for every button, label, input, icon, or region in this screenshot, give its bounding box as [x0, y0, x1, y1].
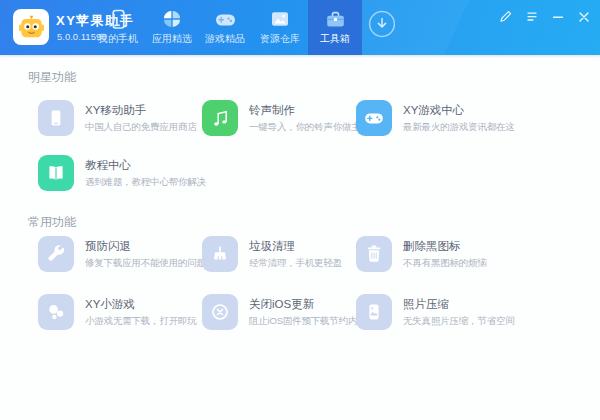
feature-junk-clean[interactable]: 垃圾清理 经常清理，手机更轻盈	[202, 236, 360, 274]
feature-desc: 阻止iOS固件预下载节约内存	[249, 315, 367, 328]
tab-toolbox[interactable]: 工具箱	[308, 0, 362, 55]
apps-icon	[145, 8, 199, 30]
phone-store-icon	[38, 100, 74, 136]
tab-app-picks[interactable]: 应用精选	[145, 0, 199, 55]
broom-icon	[202, 236, 238, 272]
tab-label: 应用精选	[145, 32, 199, 46]
feature-title: 预防闪退	[85, 239, 131, 254]
photo-icon	[356, 294, 392, 330]
feedback-icon[interactable]	[497, 8, 514, 25]
toolbox-icon	[308, 8, 362, 30]
feature-desc: 一键导入，你的铃声你做主	[249, 121, 361, 134]
tab-label: 游戏精品	[198, 32, 252, 46]
feature-ringtone-maker[interactable]: 铃声制作 一键导入，你的铃声你做主	[202, 100, 360, 138]
phone-icon	[91, 8, 145, 30]
titlebar: XY苹果助手 5.0.0.11590 我的手机 应用精选	[0, 0, 600, 55]
feature-desc: 中国人自己的免费应用商店	[85, 121, 197, 134]
section-title-common-features: 常用功能	[28, 214, 76, 231]
feature-title: 删除黑图标	[403, 239, 461, 254]
feature-title: 铃声制作	[249, 103, 295, 118]
feature-desc: 经常清理，手机更轻盈	[249, 257, 342, 270]
feature-desc: 无失真照片压缩，节省空间	[403, 315, 515, 328]
feature-photo-compress[interactable]: 照片压缩 无失真照片压缩，节省空间	[356, 294, 514, 332]
feature-close-ios-update[interactable]: 关闭iOS更新 阻止iOS固件预下载节约内存	[202, 294, 360, 332]
feature-desc: 不再有黑图标的烦恼	[403, 257, 487, 270]
feature-title: XY移动助手	[85, 103, 146, 118]
music-note-icon	[202, 100, 238, 136]
feature-desc: 最新最火的游戏资讯都在这	[403, 121, 515, 134]
tab-game-picks[interactable]: 游戏精品	[198, 0, 252, 55]
feature-title: XY小游戏	[85, 297, 135, 312]
game-center-icon	[356, 100, 392, 136]
toolbox-panel: 明星功能 XY移动助手 中国人自己的免费应用商店 铃声制作 一键导入，你的铃声你…	[0, 55, 600, 420]
tab-label: 我的手机	[91, 32, 145, 46]
feature-xy-game-center[interactable]: XY游戏中心 最新最火的游戏资讯都在这	[356, 100, 514, 138]
feature-xy-minigames[interactable]: XY小游戏 小游戏无需下载，打开即玩	[38, 294, 196, 332]
close-button[interactable]	[575, 8, 592, 25]
download-manager-button[interactable]	[368, 10, 396, 38]
book-icon	[38, 155, 74, 191]
feature-title: XY游戏中心	[403, 103, 464, 118]
feature-title: 垃圾清理	[249, 239, 295, 254]
app-logo-icon	[13, 9, 49, 45]
feature-title: 照片压缩	[403, 297, 449, 312]
tab-label: 资源仓库	[253, 32, 307, 46]
feature-tutorial-center[interactable]: 教程中心 遇到难题，教程中心帮你解决	[38, 155, 196, 193]
bubbles-icon	[38, 294, 74, 330]
resources-icon	[253, 8, 307, 30]
menu-icon[interactable]	[523, 8, 540, 25]
feature-desc: 遇到难题，教程中心帮你解决	[85, 176, 206, 189]
feature-xy-mobile-assistant[interactable]: XY移动助手 中国人自己的免费应用商店	[38, 100, 196, 138]
wrench-icon	[38, 236, 74, 272]
feature-desc: 小游戏无需下载，打开即玩	[85, 315, 197, 328]
feature-crash-prevention[interactable]: 预防闪退 修复下载应用不能使用的问题	[38, 236, 196, 274]
window-controls	[497, 8, 592, 25]
feature-title: 教程中心	[85, 158, 131, 173]
tab-label: 工具箱	[308, 32, 362, 46]
tab-resource-store[interactable]: 资源仓库	[253, 0, 307, 55]
gamepad-icon	[198, 8, 252, 30]
block-update-icon	[202, 294, 238, 330]
feature-delete-black-icons[interactable]: 删除黑图标 不再有黑图标的烦恼	[356, 236, 514, 274]
trash-icon	[356, 236, 392, 272]
feature-desc: 修复下载应用不能使用的问题	[85, 257, 206, 270]
feature-title: 关闭iOS更新	[249, 297, 314, 312]
minimize-button[interactable]	[549, 8, 566, 25]
section-title-star-features: 明星功能	[28, 69, 76, 86]
tab-my-phone[interactable]: 我的手机	[91, 0, 145, 55]
